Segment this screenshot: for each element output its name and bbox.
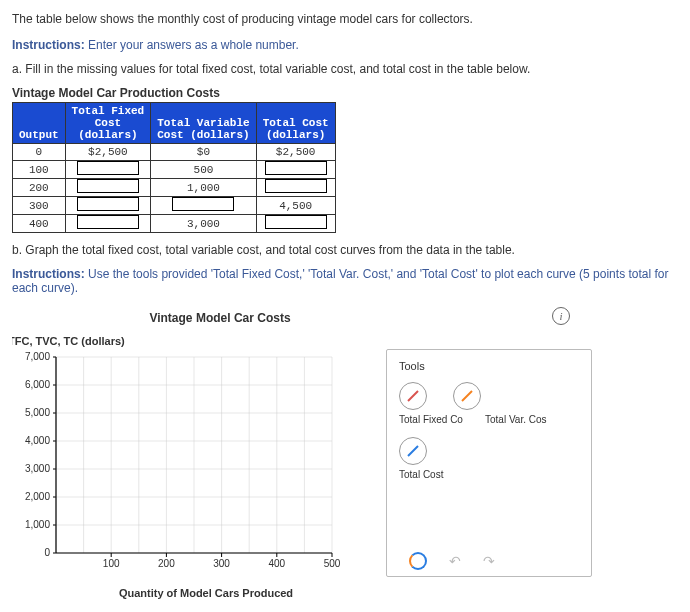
th-tfc-3: (dollars) <box>78 129 137 141</box>
table-row: 100500 <box>13 161 336 179</box>
th-tfc-1: Total Fixed <box>72 105 145 117</box>
tool-total-var-cost[interactable] <box>453 382 481 410</box>
th-tfc: Total Fixed Cost (dollars) <box>65 103 151 144</box>
th-output: Output <box>13 103 66 144</box>
tool-footer-icons: ↶ ↷ <box>409 552 495 570</box>
svg-text:2,000: 2,000 <box>25 491 50 502</box>
part-b-text: b. Graph the total fixed cost, total var… <box>12 243 677 257</box>
instructions-label-1: Instructions: <box>12 38 85 52</box>
th-tvc-2: Cost (dollars) <box>157 129 249 141</box>
svg-text:200: 200 <box>158 558 175 569</box>
y-axis-label: TFC, TVC, TC (dollars) <box>12 335 677 347</box>
tool-total-cost[interactable] <box>399 437 427 465</box>
table-title: Vintage Model Car Production Costs <box>12 86 677 100</box>
instructions-label-2: Instructions: <box>12 267 85 281</box>
tool-label-tc: Total Cost <box>399 469 479 480</box>
intro-text: The table below shows the monthly cost o… <box>12 12 677 26</box>
redo-icon[interactable]: ↷ <box>483 553 495 569</box>
svg-text:300: 300 <box>213 558 230 569</box>
svg-text:500: 500 <box>324 558 341 569</box>
tfc-input[interactable] <box>77 179 139 193</box>
part-a-text: a. Fill in the missing values for total … <box>12 62 677 76</box>
cell-tvc: 3,000 <box>151 215 256 233</box>
th-tvc: Total Variable Cost (dollars) <box>151 103 256 144</box>
tool-label-tfc: Total Fixed Co <box>399 414 479 425</box>
tc-input[interactable] <box>265 179 327 193</box>
cell-tfc: $2,500 <box>65 144 151 161</box>
tvc-input[interactable] <box>172 197 234 211</box>
cell-tfc <box>65 179 151 197</box>
th-tc-2: (dollars) <box>266 129 325 141</box>
cell-tvc: 500 <box>151 161 256 179</box>
cell-tc: 4,500 <box>256 197 335 215</box>
chart-title: Vintage Model Car Costs <box>70 311 370 325</box>
cost-table: Output Total Fixed Cost (dollars) Total … <box>12 102 336 233</box>
tc-input[interactable] <box>265 161 327 175</box>
tc-input[interactable] <box>265 215 327 229</box>
instructions-text-2: Use the tools provided 'Total Fixed Cost… <box>12 267 668 295</box>
cell-tvc: $0 <box>151 144 256 161</box>
instructions-1: Instructions: Enter your answers as a wh… <box>12 38 677 52</box>
table-row: 0$2,500$0$2,500 <box>13 144 336 161</box>
svg-line-47 <box>408 391 418 401</box>
svg-line-48 <box>462 391 472 401</box>
cell-tfc <box>65 161 151 179</box>
tfc-input[interactable] <box>77 197 139 211</box>
cell-tc <box>256 161 335 179</box>
th-tc: Total Cost (dollars) <box>256 103 335 144</box>
table-row: 4003,000 <box>13 215 336 233</box>
tools-panel: Tools Total Fixed Co Total Var. Cos Tota <box>386 349 592 577</box>
cell-output: 100 <box>13 161 66 179</box>
undo-icon[interactable]: ↶ <box>449 553 461 569</box>
table-row: 3004,500 <box>13 197 336 215</box>
svg-text:3,000: 3,000 <box>25 463 50 474</box>
cell-tc <box>256 179 335 197</box>
th-tfc-2: Cost <box>95 117 121 129</box>
table-row: 2001,000 <box>13 179 336 197</box>
tfc-input[interactable] <box>77 215 139 229</box>
th-tvc-1: Total Variable <box>157 117 249 129</box>
tools-heading: Tools <box>399 360 579 372</box>
svg-text:6,000: 6,000 <box>25 379 50 390</box>
svg-text:1,000: 1,000 <box>25 519 50 530</box>
cell-output: 0 <box>13 144 66 161</box>
cell-tvc <box>151 197 256 215</box>
svg-text:400: 400 <box>268 558 285 569</box>
cell-tvc: 1,000 <box>151 179 256 197</box>
svg-text:0: 0 <box>44 547 50 558</box>
chart-canvas[interactable]: 7,0006,0005,0004,0003,0002,0001,0000 100… <box>12 347 352 577</box>
cell-output: 400 <box>13 215 66 233</box>
svg-text:100: 100 <box>103 558 120 569</box>
svg-text:5,000: 5,000 <box>25 407 50 418</box>
cell-tc: $2,500 <box>256 144 335 161</box>
cell-tfc <box>65 197 151 215</box>
refresh-icon[interactable] <box>409 552 427 570</box>
svg-text:7,000: 7,000 <box>25 351 50 362</box>
svg-text:4,000: 4,000 <box>25 435 50 446</box>
th-output-label: Output <box>19 129 59 141</box>
info-icon[interactable]: i <box>552 307 570 325</box>
cell-output: 200 <box>13 179 66 197</box>
tfc-input[interactable] <box>77 161 139 175</box>
instructions-text-1: Enter your answers as a whole number. <box>85 38 299 52</box>
th-tc-1: Total Cost <box>263 117 329 129</box>
cell-tfc <box>65 215 151 233</box>
instructions-2: Instructions: Use the tools provided 'To… <box>12 267 677 295</box>
tool-label-tvc: Total Var. Cos <box>485 414 565 425</box>
x-axis-label: Quantity of Model Cars Produced <box>56 587 356 599</box>
cell-tc <box>256 215 335 233</box>
tool-total-fixed-cost[interactable] <box>399 382 427 410</box>
chart-section: i Vintage Model Car Costs TFC, TVC, TC (… <box>12 311 677 599</box>
svg-line-49 <box>408 446 418 456</box>
cell-output: 300 <box>13 197 66 215</box>
